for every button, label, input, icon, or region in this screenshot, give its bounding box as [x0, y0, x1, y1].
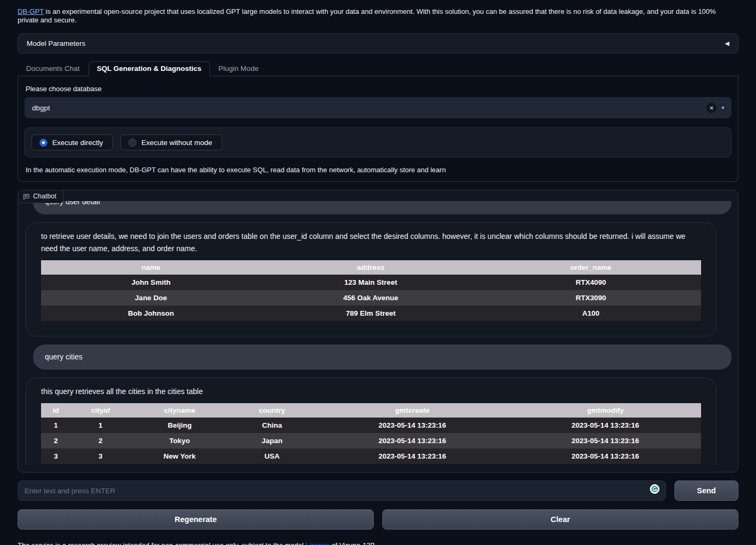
- clear-button[interactable]: Clear: [382, 509, 738, 530]
- table-row: Bob Johnson789 Elm StreetA100: [41, 306, 701, 321]
- message-text: query cities: [45, 352, 720, 362]
- send-button[interactable]: Send: [674, 480, 738, 501]
- action-buttons-row: Regenerate Clear: [18, 509, 738, 530]
- license-link[interactable]: License: [305, 541, 329, 545]
- table-cell: 2023-05-14 13:23:16: [510, 418, 701, 433]
- result-table: idcityidcitynamecountrygmtcreategmtmodif…: [41, 403, 701, 464]
- table-cell: 789 Elm Street: [261, 306, 480, 321]
- database-dropdown[interactable]: dbgpt ✕ ▼: [25, 97, 731, 118]
- db-gpt-page: DB-GPT is an experimental open-source pr…: [0, 0, 756, 545]
- table-cell: 3: [41, 448, 71, 464]
- table-cell: RTX3090: [481, 290, 702, 306]
- table-header-cell: country: [229, 403, 315, 418]
- table-header-cell: id: [41, 403, 71, 418]
- execution-mode-group: Execute directlyExecute without mode: [25, 127, 731, 157]
- chat-message-bot: this query retrieves all the cities in t…: [26, 378, 717, 465]
- chat-input[interactable]: [18, 480, 666, 501]
- table-cell: John Smith: [41, 275, 261, 290]
- table-cell: Jane Doe: [41, 290, 261, 306]
- database-label: Please choose database: [25, 83, 731, 97]
- radio-unselected-icon[interactable]: [128, 139, 136, 147]
- tab-sql-generation-diagnostics[interactable]: SQL Generation & Diagnostics: [89, 61, 210, 76]
- chatbot-label-text: Chatbot: [33, 193, 57, 200]
- table-header-cell: gmtmodify: [510, 403, 701, 418]
- collapse-arrow-icon[interactable]: ◀: [725, 40, 729, 47]
- table-cell: 1: [71, 418, 130, 433]
- intro-description: is an experimental open-source project t…: [18, 7, 716, 24]
- result-table: nameaddressorder_nameJohn Smith123 Main …: [41, 260, 701, 321]
- table-header-cell: address: [261, 260, 480, 275]
- table-cell: Japan: [229, 433, 315, 448]
- table-cell: 2023-05-14 13:23:16: [315, 433, 510, 448]
- table-cell: RTX4090: [481, 275, 702, 290]
- table-header-cell: cityname: [130, 403, 229, 418]
- table-cell: 2: [41, 433, 71, 448]
- regenerate-button[interactable]: Regenerate: [18, 509, 374, 530]
- model-parameters-accordion[interactable]: Model Parameters ◀: [18, 34, 738, 53]
- table-cell: Tokyo: [130, 433, 229, 448]
- dropdown-icons: ✕ ▼: [706, 103, 725, 113]
- database-selected-value: dbgpt: [32, 104, 50, 112]
- table-header-cell: gmtcreate: [315, 403, 510, 418]
- table-cell: 2: [71, 433, 130, 448]
- message-text: query user detail: [45, 201, 720, 206]
- table-cell: USA: [229, 448, 315, 464]
- message-text: this query retrieves all the cities in t…: [41, 386, 701, 398]
- table-header-cell: name: [41, 260, 261, 275]
- accordion-title: Model Parameters: [27, 39, 85, 47]
- intro-text: DB-GPT is an experimental open-source pr…: [18, 7, 738, 25]
- table-cell: 123 Main Street: [261, 275, 480, 290]
- table-cell: 2023-05-14 13:23:16: [315, 418, 510, 433]
- table-cell: 2023-05-14 13:23:16: [510, 433, 701, 448]
- chat-input-row: G Send: [18, 480, 738, 501]
- table-cell: 2023-05-14 13:23:16: [510, 448, 701, 464]
- footer-after: of Vicuna-13B: [329, 541, 375, 545]
- table-cell: China: [229, 418, 315, 433]
- chatbot-panel: Chatbot query user detailto retrieve use…: [18, 190, 738, 472]
- radio-label: Execute directly: [52, 139, 103, 147]
- table-cell: Beijing: [130, 418, 229, 433]
- grammarly-icon[interactable]: G: [650, 484, 660, 494]
- chat-bubble-icon: [23, 193, 30, 200]
- table-row: 33New YorkUSA2023-05-14 13:23:162023-05-…: [41, 448, 701, 464]
- table-row: Jane Doe456 Oak AvenueRTX3090: [41, 290, 701, 306]
- radio-execute-without-mode[interactable]: Execute without mode: [120, 134, 222, 150]
- table-cell: 2023-05-14 13:23:16: [315, 448, 510, 464]
- table-row: John Smith123 Main StreetRTX4090: [41, 275, 701, 290]
- chat-message-user: query cities: [33, 344, 731, 370]
- table-cell: 456 Oak Avenue: [261, 290, 480, 306]
- message-text: to retrieve user details, we need to joi…: [41, 230, 701, 255]
- tab-plugin-mode[interactable]: Plugin Mode: [210, 61, 267, 76]
- chat-message-user: query user detail: [33, 201, 731, 214]
- tab-content-sql-generation: Please choose database dbgpt ✕ ▼ Execute…: [18, 76, 738, 182]
- tab-bar: Documents ChatSQL Generation & Diagnosti…: [18, 61, 738, 76]
- tab-documents-chat[interactable]: Documents Chat: [18, 61, 89, 76]
- radio-execute-directly[interactable]: Execute directly: [31, 134, 113, 150]
- table-cell: 3: [71, 448, 130, 464]
- table-row: 11BeijingChina2023-05-14 13:23:162023-05…: [41, 418, 701, 433]
- footer-text: The service is a research preview intend…: [18, 541, 738, 545]
- execution-mode-hint: In the automatic execution mode, DB-GPT …: [25, 166, 731, 174]
- footer-before: The service is a research preview intend…: [18, 541, 305, 545]
- table-row: 22TokyoJapan2023-05-14 13:23:162023-05-1…: [41, 433, 701, 448]
- table-cell: Bob Johnson: [41, 306, 261, 321]
- chat-message-bot: to retrieve user details, we need to joi…: [26, 222, 717, 336]
- dropdown-caret-icon[interactable]: ▼: [721, 106, 725, 110]
- chatbot-label: Chatbot: [18, 190, 63, 203]
- table-cell: New York: [130, 448, 229, 464]
- radio-selected-icon[interactable]: [39, 139, 47, 147]
- table-header-cell: order_name: [481, 260, 702, 275]
- chat-messages[interactable]: query user detailto retrieve user detail…: [26, 201, 731, 465]
- table-cell: 1: [41, 418, 71, 433]
- clear-selection-icon[interactable]: ✕: [706, 103, 717, 113]
- table-header-cell: cityid: [71, 403, 130, 418]
- db-gpt-link[interactable]: DB-GPT: [18, 7, 44, 15]
- chat-input-wrapper: G: [18, 480, 666, 501]
- radio-label: Execute without mode: [141, 139, 212, 147]
- table-cell: A100: [481, 306, 702, 321]
